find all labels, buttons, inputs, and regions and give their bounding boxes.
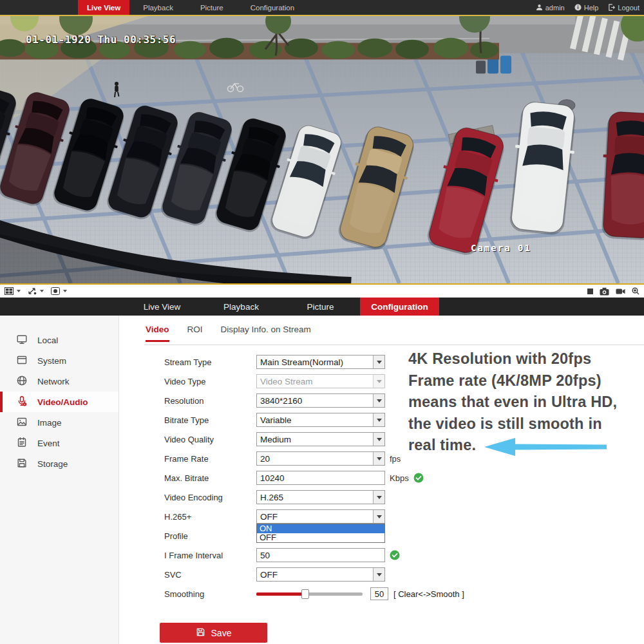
- camera-web-ui: Live ViewPlaybackPictureConfiguration ad…: [0, 0, 644, 644]
- form-row-max-bitrate: Max. BitrateKbps: [164, 468, 564, 488]
- record-icon[interactable]: [616, 288, 625, 295]
- chevron-down-icon[interactable]: [373, 491, 384, 504]
- form-row-video-encoding: Video EncodingH.265: [164, 488, 564, 507]
- window-scale-button[interactable]: [28, 287, 44, 295]
- select-value: H.265: [257, 493, 373, 502]
- save-label: Save: [211, 628, 232, 638]
- select-value: Main Stream(Normal): [257, 357, 373, 367]
- top-tab-live-view[interactable]: Live View: [78, 0, 129, 15]
- select-value: OFF: [257, 570, 373, 580]
- field-label: I Frame Interval: [164, 551, 256, 560]
- monitor-icon: [16, 334, 28, 347]
- user-menu[interactable]: admin: [536, 4, 565, 12]
- annotation-line: the video is still smooth in: [408, 413, 644, 435]
- chevron-down-icon[interactable]: [373, 510, 384, 523]
- field-label: Profile: [164, 531, 256, 541]
- config-nav-tabs: Live ViewPlaybackPictureConfiguration: [122, 298, 439, 316]
- field-label: H.265+: [164, 512, 256, 522]
- dropdown-option-off[interactable]: OFF: [257, 533, 384, 542]
- video-encoding-select[interactable]: H.265: [256, 490, 385, 504]
- config-tab-picture[interactable]: Picture: [281, 298, 360, 316]
- tab-video[interactable]: Video: [146, 325, 169, 342]
- smoothing-slider-track[interactable]: [256, 592, 363, 596]
- form-row-smoothing: Smoothing50[ Clear<->Smooth ]: [164, 584, 564, 603]
- logout-icon: [608, 4, 615, 11]
- sidebar-item-event[interactable]: Event: [0, 433, 118, 453]
- smoothing-slider-fill: [256, 592, 305, 596]
- config-tab-live-view[interactable]: Live View: [122, 298, 202, 316]
- field-label: Smoothing: [164, 589, 256, 599]
- sidebar-item-image[interactable]: Image: [0, 412, 118, 433]
- chevron-down-icon[interactable]: [373, 433, 384, 446]
- window-layout-button[interactable]: [5, 287, 21, 295]
- annotation-line: means that even in Ultra HD,: [408, 392, 644, 413]
- parking-lot-scene: [0, 16, 644, 283]
- resolution-select[interactable]: 3840*2160: [256, 393, 385, 408]
- sidebar-item-label: Video/Audio: [37, 397, 88, 407]
- video-type-select: Video Stream: [256, 374, 385, 388]
- stream-type-button[interactable]: [51, 287, 67, 295]
- h-265-select[interactable]: OFF: [256, 509, 385, 524]
- chevron-down-icon[interactable]: [40, 290, 44, 292]
- config-tab-playback[interactable]: Playback: [202, 298, 281, 316]
- chevron-down-icon: [373, 375, 384, 388]
- tabs-divider: [144, 345, 644, 345]
- select-value: Medium: [257, 435, 373, 444]
- tab-display-info-on-stream[interactable]: Display Info. on Stream: [221, 325, 311, 342]
- chevron-down-icon[interactable]: [373, 452, 384, 465]
- valid-check-icon: [413, 473, 424, 483]
- top-tab-configuration[interactable]: Configuration: [237, 0, 308, 15]
- live-video-view[interactable]: 01-01-1920 Thu 00:35:56 Camera 01: [0, 15, 644, 285]
- sidebar-item-video-audio[interactable]: Video/Audio: [0, 392, 118, 412]
- config-tab-configuration[interactable]: Configuration: [360, 298, 439, 316]
- storage-icon: [16, 457, 28, 471]
- i-frame-interval-input[interactable]: [256, 548, 385, 562]
- help-button[interactable]: Help: [574, 4, 599, 12]
- sidebar-item-label: Image: [37, 418, 62, 428]
- svc-select[interactable]: OFF: [256, 567, 385, 582]
- sidebar-item-network[interactable]: Network: [0, 371, 118, 392]
- video-quality-select[interactable]: Medium: [256, 432, 385, 446]
- user-icon: [536, 4, 543, 11]
- logout-button[interactable]: Logout: [608, 4, 639, 12]
- chevron-down-icon[interactable]: [373, 394, 384, 407]
- field-label: Video Type: [164, 377, 256, 386]
- user-name: admin: [545, 4, 565, 12]
- stop-icon[interactable]: [587, 289, 593, 294]
- sidebar-item-label: Event: [37, 439, 60, 448]
- zoom-icon[interactable]: [632, 287, 639, 295]
- form-row-svc: SVCOFF: [164, 565, 564, 584]
- slider-range-hint: [ Clear<->Smooth ]: [393, 589, 464, 599]
- chevron-down-icon[interactable]: [17, 290, 21, 292]
- top-nav-user-area: admin Help Logout: [536, 0, 644, 15]
- smoothing-slider-handle[interactable]: [301, 589, 309, 599]
- top-tab-picture[interactable]: Picture: [187, 0, 237, 15]
- tab-roi[interactable]: ROI: [187, 325, 203, 342]
- dropdown-option-on[interactable]: ON: [257, 524, 384, 533]
- annotation-line: 4K Resolution with 20fps: [408, 348, 644, 370]
- field-label: Video Encoding: [164, 493, 256, 502]
- bitrate-type-select[interactable]: Variable: [256, 413, 385, 427]
- chevron-down-icon[interactable]: [373, 413, 384, 426]
- sidebar-item-label: System: [37, 356, 66, 366]
- select-value: 20: [257, 454, 373, 464]
- chevron-down-icon[interactable]: [63, 290, 67, 292]
- sidebar-item-local[interactable]: Local: [0, 330, 118, 350]
- save-button[interactable]: Save: [160, 623, 267, 643]
- frame-rate-select[interactable]: 20: [256, 451, 385, 466]
- chevron-down-icon[interactable]: [373, 355, 384, 368]
- sidebar-item-system[interactable]: System: [0, 350, 118, 371]
- smoothing-value: 50: [370, 587, 388, 600]
- mic-icon: [16, 395, 28, 409]
- h-265-dropdown-list: ONOFF: [256, 524, 385, 543]
- select-value: Video Stream: [257, 377, 373, 386]
- system-icon: [16, 354, 28, 368]
- chevron-down-icon[interactable]: [373, 568, 384, 581]
- main-area: LocalSystemNetworkVideo/AudioImageEventS…: [0, 316, 644, 644]
- video-timestamp: 01-01-1920 Thu 00:35:56: [26, 33, 176, 46]
- stream-type-select[interactable]: Main Stream(Normal): [256, 355, 385, 369]
- max-bitrate-input[interactable]: [256, 471, 385, 485]
- sidebar-item-storage[interactable]: Storage: [0, 453, 118, 474]
- snapshot-icon[interactable]: [600, 287, 609, 296]
- top-tab-playback[interactable]: Playback: [129, 0, 187, 15]
